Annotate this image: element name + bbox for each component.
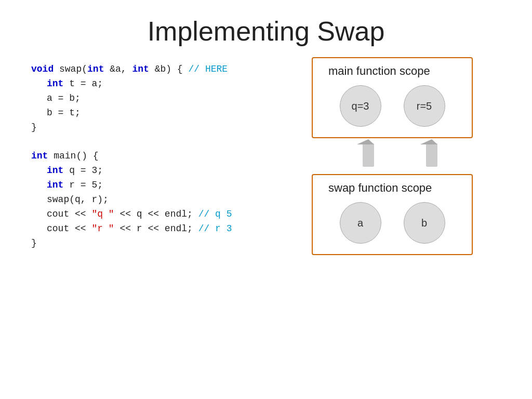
keyword-int5: int xyxy=(47,165,63,176)
code-line-8: int r = 5; xyxy=(31,178,291,193)
code-text: swap( xyxy=(54,64,87,74)
circle-a: a xyxy=(340,202,381,244)
keyword-int6: int xyxy=(47,180,63,190)
keyword-void: void xyxy=(31,64,54,74)
code-text5: main() { xyxy=(48,151,98,161)
circle-r: r=5 xyxy=(404,85,445,127)
main-scope-label: main function scope xyxy=(328,64,456,78)
code-line-5: } xyxy=(31,121,291,135)
code-line-9: swap(q, r); xyxy=(31,193,291,207)
svg-marker-4 xyxy=(420,139,437,144)
code-line-2: int t = a; xyxy=(31,77,291,91)
string-q: "q " xyxy=(91,209,114,219)
keyword-int2: int xyxy=(132,64,149,74)
swap-circles-row: a b xyxy=(328,202,456,244)
code-line-blank xyxy=(31,135,291,149)
string-r: "r " xyxy=(91,223,114,234)
code-line-6: int main() { xyxy=(31,149,291,164)
code-cout2: cout << xyxy=(47,223,91,234)
code-cout1: cout << xyxy=(47,209,91,219)
circle-q: q=3 xyxy=(340,85,381,127)
arrows-container xyxy=(312,138,473,174)
comment-q5: // q 5 xyxy=(198,209,232,219)
code-line-4: b = t; xyxy=(31,106,291,121)
arrows-svg xyxy=(327,138,488,172)
code-text3: &b) { xyxy=(149,64,189,74)
code-line-11: cout << "r " << r << endl; // r 3 xyxy=(31,222,291,236)
swap-scope-label: swap function scope xyxy=(328,181,456,195)
keyword-int3: int xyxy=(47,78,63,89)
svg-rect-1 xyxy=(363,143,374,167)
code-text2: &a, xyxy=(104,64,132,74)
circle-b: b xyxy=(404,202,445,244)
comment-r3: // r 3 xyxy=(198,223,232,234)
swap-scope-box: swap function scope a b xyxy=(312,174,473,255)
code-line-12: } xyxy=(31,236,291,251)
code-line-1: void swap(int &a, int &b) { // HERE xyxy=(31,62,291,77)
diagram-area: main function scope q=3 r=5 xyxy=(312,57,473,255)
code-text6: q = 3; xyxy=(63,165,103,176)
content-area: void swap(int &a, int &b) { // HERE int … xyxy=(0,57,532,255)
main-circles-row: q=3 r=5 xyxy=(328,85,456,127)
svg-marker-2 xyxy=(357,139,374,144)
keyword-int4: int xyxy=(31,151,48,161)
code-block: void swap(int &a, int &b) { // HERE int … xyxy=(31,62,291,255)
page-title: Implementing Swap xyxy=(0,0,532,57)
code-text4: t = a; xyxy=(63,78,103,89)
code-cout2b: << r << endl; xyxy=(114,223,198,234)
svg-rect-3 xyxy=(426,143,437,167)
keyword-int1: int xyxy=(87,64,104,74)
comment-here: // HERE xyxy=(188,64,228,74)
code-cout1b: << q << endl; xyxy=(114,209,198,219)
code-line-7: int q = 3; xyxy=(31,164,291,178)
main-scope-box: main function scope q=3 r=5 xyxy=(312,57,473,138)
code-line-3: a = b; xyxy=(31,91,291,106)
code-text7: r = 5; xyxy=(63,180,103,190)
code-line-10: cout << "q " << q << endl; // q 5 xyxy=(31,207,291,222)
